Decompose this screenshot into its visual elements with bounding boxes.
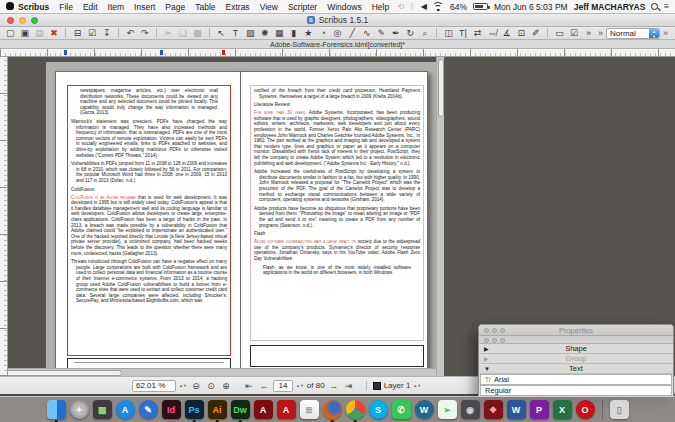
acrobat-pro-dock-icon[interactable]: A bbox=[254, 400, 273, 419]
wifi-icon[interactable] bbox=[433, 2, 444, 11]
photoshop-dock-icon[interactable]: Ps bbox=[185, 400, 204, 419]
insert-table-icon[interactable]: ▦ bbox=[273, 27, 286, 39]
vertical-scrollbar-thumb[interactable] bbox=[438, 59, 444, 117]
textedit-dock-icon[interactable]: ≣ bbox=[300, 400, 319, 419]
pdf-push-button-icon[interactable]: ▭ bbox=[553, 27, 566, 39]
toolbar-overflow-right-icon[interactable]: » bbox=[663, 28, 668, 38]
print-document-icon[interactable]: ⊟ bbox=[71, 27, 84, 39]
last-page-icon[interactable]: ⇥ bbox=[343, 381, 355, 391]
menu-item-scribus[interactable]: Scribus bbox=[18, 2, 49, 12]
word-dock-icon[interactable]: W bbox=[507, 400, 526, 419]
insert-calligraphy-icon[interactable]: ✒ bbox=[390, 27, 403, 39]
previous-page-icon[interactable]: ← bbox=[258, 381, 270, 391]
opera-dock-icon[interactable]: O bbox=[576, 400, 595, 419]
trash-dock-icon[interactable]: ▯ bbox=[610, 400, 629, 419]
battery-icon[interactable] bbox=[473, 3, 488, 10]
menu-user-name[interactable]: Jeff MACHARYAS bbox=[574, 2, 646, 12]
apple-menu[interactable] bbox=[6, 2, 18, 12]
time-machine-icon[interactable]: ⟲ bbox=[397, 2, 404, 11]
spotlight-icon[interactable] bbox=[651, 3, 658, 10]
menu-item-help[interactable]: Help bbox=[372, 2, 389, 12]
font-style-select[interactable]: Regular bbox=[480, 385, 672, 396]
messages-dock-icon[interactable]: ✆ bbox=[392, 400, 411, 419]
palette-section-shape[interactable]: ▶ Shape bbox=[479, 344, 673, 354]
zoom-stepper-icon[interactable]: ▲▼ bbox=[179, 384, 187, 388]
skype-dock-icon[interactable]: S bbox=[369, 400, 388, 419]
pdf-check-box-icon[interactable]: ☑ bbox=[568, 27, 581, 39]
mission-control-dock-icon[interactable]: ▦ bbox=[93, 400, 112, 419]
menu-item-item[interactable]: Item bbox=[108, 2, 125, 12]
vertical-scrollbar[interactable] bbox=[436, 57, 444, 376]
menu-item-table[interactable]: Table bbox=[195, 2, 215, 12]
red-app-dock-icon[interactable]: ❖ bbox=[484, 400, 503, 419]
photo-booth-dock-icon[interactable]: ◉ bbox=[461, 400, 480, 419]
measurements-icon[interactable]: ∡ bbox=[500, 27, 513, 39]
preview-dock-icon[interactable]: ✎ bbox=[139, 400, 158, 419]
app-store-dock-icon[interactable]: A bbox=[116, 400, 135, 419]
export-pdf-icon[interactable]: ↧ bbox=[100, 27, 113, 39]
acrobat-reader-dock-icon[interactable]: A bbox=[277, 400, 296, 419]
copy-item-properties-icon[interactable]: ⊡ bbox=[515, 27, 528, 39]
copy-icon[interactable]: ❏ bbox=[177, 27, 190, 39]
zoom-tool-icon[interactable]: ⌕ bbox=[419, 27, 432, 39]
window-title-bar[interactable]: S Scribus 1.5.1 bbox=[0, 14, 675, 27]
insert-polygon-icon[interactable]: ★ bbox=[302, 27, 315, 39]
insert-text-frame-icon[interactable]: T bbox=[229, 27, 242, 39]
insert-render-frame-icon[interactable]: ✺ bbox=[258, 27, 271, 39]
palette-section-group[interactable]: ▶ Group bbox=[479, 354, 673, 364]
page-stepper-icon[interactable]: ▲▼ bbox=[296, 384, 304, 388]
current-page-field[interactable]: 14 bbox=[273, 380, 293, 392]
combo-stepper-icon[interactable]: ▲▼ bbox=[649, 29, 659, 38]
insert-line-icon[interactable]: ╱ bbox=[346, 27, 359, 39]
close-document-icon[interactable]: ✖ bbox=[48, 27, 61, 39]
font-family-select[interactable]: Tr Arial bbox=[480, 374, 672, 385]
zoom-level-field[interactable]: 62.01 % bbox=[132, 380, 176, 392]
paper-plane-dock-icon[interactable]: ➢ bbox=[438, 400, 457, 419]
indesign-dock-icon[interactable]: Id bbox=[162, 400, 181, 419]
menu-item-file[interactable]: File bbox=[59, 2, 73, 12]
insert-image-frame-icon[interactable]: ▨ bbox=[244, 27, 257, 39]
dreamweaver-dock-icon[interactable]: Dw bbox=[231, 400, 250, 419]
volume-icon[interactable]: ◀ bbox=[421, 2, 427, 11]
undo-icon[interactable]: ↶ bbox=[124, 27, 137, 39]
bluetooth-icon[interactable]: ᛒ bbox=[410, 2, 415, 11]
horizontal-scrollbar[interactable] bbox=[0, 368, 436, 376]
insert-arc-icon[interactable]: ◔ bbox=[317, 27, 330, 39]
rotate-item-icon[interactable]: ↻ bbox=[404, 27, 417, 39]
next-page-icon[interactable]: → bbox=[328, 381, 340, 391]
zoom-reset-icon[interactable]: ⊙ bbox=[205, 381, 217, 391]
launchpad-dock-icon[interactable]: ✦ bbox=[70, 400, 89, 419]
powerpoint-dock-icon[interactable]: P bbox=[530, 400, 549, 419]
link-text-frames-icon[interactable]: ⇄ bbox=[471, 27, 484, 39]
left-page-text-frame[interactable]: newspapers, magazine articles, etc.) ove… bbox=[67, 85, 231, 356]
vertical-ruler[interactable] bbox=[0, 57, 8, 376]
unlink-text-frames-icon[interactable]: ⇎ bbox=[486, 27, 499, 39]
menu-item-view[interactable]: View bbox=[260, 2, 278, 12]
finder-dock-icon[interactable] bbox=[47, 400, 66, 419]
menu-item-windows[interactable]: Windows bbox=[327, 2, 361, 12]
edit-text-story-icon[interactable]: T| bbox=[457, 27, 470, 39]
right-page-footnote-frame[interactable] bbox=[250, 345, 424, 367]
illustrator-dock-icon[interactable]: Ai bbox=[208, 400, 227, 419]
menu-item-extras[interactable]: Extras bbox=[226, 2, 250, 12]
new-document-icon[interactable]: ▢ bbox=[4, 27, 17, 39]
insert-bezier-icon[interactable]: ∿ bbox=[360, 27, 373, 39]
section-collapse-icon[interactable]: ▶ bbox=[484, 355, 489, 362]
notification-center-icon[interactable]: ≡ bbox=[664, 2, 669, 11]
insert-freehand-icon[interactable]: ✎ bbox=[375, 27, 388, 39]
firefox-dock-icon[interactable] bbox=[323, 400, 342, 419]
section-collapse-icon[interactable]: ▼ bbox=[484, 366, 490, 372]
edit-contents-icon[interactable]: ◫ bbox=[442, 27, 455, 39]
page-left[interactable]: newspapers, magazine articles, etc.) ove… bbox=[55, 71, 241, 372]
menu-item-page[interactable]: Page bbox=[165, 2, 185, 12]
excel-dock-icon[interactable]: X bbox=[553, 400, 572, 419]
section-collapse-icon[interactable]: ▶ bbox=[484, 345, 489, 352]
palette-window-controls[interactable] bbox=[484, 328, 505, 333]
chrome-dock-icon[interactable]: ● bbox=[346, 400, 365, 419]
paste-icon[interactable]: ▩ bbox=[191, 27, 204, 39]
horizontal-ruler[interactable] bbox=[0, 49, 675, 57]
paragraph-style-combo[interactable]: Normal ▲▼ bbox=[606, 28, 660, 39]
layer-stepper-icon[interactable]: ▲▼ bbox=[413, 384, 421, 388]
right-page-text-frame[interactable]: notified of the breach from their credit… bbox=[250, 85, 424, 341]
close-window-icon[interactable] bbox=[7, 17, 14, 24]
